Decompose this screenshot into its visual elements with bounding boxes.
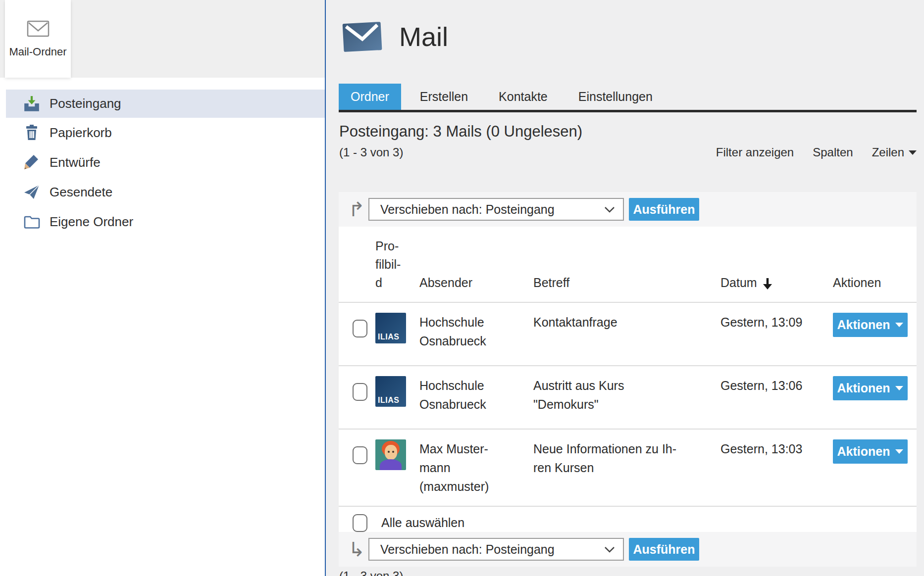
row-checkbox[interactable] [353, 320, 367, 337]
sender-cell[interactable]: Max Muster- mann (maxmuster) [419, 439, 533, 496]
folder-nav: Posteingang Papierkorb [0, 90, 325, 237]
table-header-row: Pro- filbil- d Absender Betreff Datum Ak… [339, 227, 917, 302]
inbox-heading: Posteingang: 3 Mails (0 Ungelesen) [339, 123, 582, 141]
inbox-icon [23, 95, 41, 113]
column-header-aktionen: Aktionen [833, 274, 917, 302]
sidebar-item-papierkorb[interactable]: Papierkorb [0, 118, 325, 147]
sidebar-item-eigene-ordner[interactable]: Eigene Ordner [0, 207, 325, 237]
tab-mail-ordner[interactable]: Mail-Ordner [5, 0, 71, 78]
page-title: Mail [399, 21, 448, 52]
tab-bar: Ordner Erstellen Kontakte Einstellungen [339, 84, 671, 110]
table-view-controls: Filter anzeigen Spalten Zeilen [716, 145, 917, 159]
trash-icon [23, 124, 41, 142]
tab-mail-ordner-label: Mail-Ordner [9, 46, 66, 58]
spalten-link[interactable]: Spalten [813, 145, 853, 159]
zeilen-dropdown[interactable]: Zeilen [872, 145, 917, 159]
sidebar-item-gesendete[interactable]: Gesendete [0, 177, 325, 207]
select-all-label: Alle auswählen [381, 516, 464, 530]
move-to-select-top[interactable]: Verschieben nach: Posteingang [368, 198, 624, 221]
page-header: Mail [343, 21, 448, 52]
sidebar-item-label: Gesendete [50, 185, 112, 200]
column-header-absender[interactable]: Absender [419, 274, 533, 302]
sort-descending-icon [762, 277, 773, 290]
envelope-outline-icon [27, 20, 50, 40]
chevron-down-icon [895, 449, 903, 454]
select-all-checkbox[interactable] [353, 514, 367, 532]
ilias-logo-avatar: ILIAS [375, 376, 406, 407]
subject-cell[interactable]: Kontaktanfrage [533, 313, 720, 355]
sidebar-item-entwuerfe[interactable]: Entwürfe [0, 147, 325, 177]
column-header-betreff[interactable]: Betreff [533, 274, 720, 302]
select-chevron-icon [604, 206, 615, 213]
tab-underline [339, 110, 917, 112]
tab-ordner[interactable]: Ordner [339, 84, 401, 110]
mail-envelope-icon [342, 20, 383, 53]
table-row: ILIAS Hochschule Osnabrueck Kontaktanfra… [339, 302, 917, 365]
date-cell: Gestern, 13:06 [720, 376, 833, 419]
select-chevron-icon [604, 546, 615, 553]
table-row: Max Muster- mann (maxmuster) Neue Inform… [339, 429, 917, 506]
aktionen-dropdown-button[interactable]: Aktionen [833, 313, 908, 337]
result-range: (1 - 3 von 3) [339, 145, 403, 159]
ausfuehren-button-top[interactable]: Ausführen [629, 198, 699, 221]
date-cell: Gestern, 13:03 [720, 439, 833, 496]
aktionen-dropdown-button[interactable]: Aktionen [833, 439, 908, 464]
sender-cell[interactable]: Hochschule Osnabrueck [419, 313, 533, 355]
date-cell: Gestern, 13:09 [720, 313, 833, 355]
subject-cell[interactable]: Austritt aus Kurs "Demokurs" [533, 376, 720, 419]
sidebar-item-label: Papierkorb [50, 125, 112, 141]
ilias-logo-avatar: ILIAS [375, 313, 406, 343]
filter-anzeigen-link[interactable]: Filter anzeigen [716, 145, 794, 159]
folder-icon [23, 213, 41, 231]
result-range-bottom: (1 - 3 von 3) [339, 569, 403, 576]
tab-erstellen[interactable]: Erstellen [408, 84, 480, 110]
tab-einstellungen[interactable]: Einstellungen [566, 84, 665, 110]
move-to-select-bottom[interactable]: Verschieben nach: Posteingang [368, 538, 624, 561]
user-avatar [375, 439, 406, 470]
sidebar-item-label: Entwürfe [50, 155, 101, 170]
bulk-action-toolbar-bottom: ↳ Verschieben nach: Posteingang Ausführe… [339, 532, 917, 567]
mail-main-panel: Mail Ordner Erstellen Kontakte Einstellu… [326, 0, 924, 576]
checkbox-column-header [353, 292, 375, 302]
subject-cell[interactable]: Neue Informationen zu Ih- ren Kursen [533, 439, 720, 496]
sender-cell[interactable]: Hochschule Osnabrueck [419, 376, 533, 419]
column-header-profilbild: Pro- filbil- d [375, 237, 419, 302]
pencil-icon [23, 153, 41, 171]
table-row: ILIAS Hochschule Osnabrueck Austritt aus… [339, 365, 917, 429]
arrow-down-right-icon: ↳ [346, 539, 367, 559]
ausfuehren-button-bottom[interactable]: Ausführen [629, 538, 699, 561]
sidebar-item-posteingang[interactable]: Posteingang [6, 90, 325, 118]
aktionen-dropdown-button[interactable]: Aktionen [833, 376, 908, 400]
mail-table: Pro- filbil- d Absender Betreff Datum Ak… [339, 227, 917, 539]
chevron-down-icon [909, 150, 917, 155]
column-header-datum[interactable]: Datum [720, 274, 833, 302]
mail-folder-sidebar: Mail-Ordner Posteingang [0, 0, 325, 576]
row-checkbox[interactable] [353, 383, 367, 401]
bulk-action-toolbar-top: ↱ Verschieben nach: Posteingang Ausführe… [339, 192, 917, 227]
paper-plane-icon [23, 183, 41, 201]
sidebar-item-label: Posteingang [50, 96, 121, 111]
row-checkbox[interactable] [353, 446, 367, 464]
chevron-down-icon [895, 386, 903, 390]
tab-kontakte[interactable]: Kontakte [487, 84, 560, 110]
chevron-down-icon [895, 323, 903, 327]
sidebar-item-label: Eigene Ordner [50, 214, 133, 230]
arrow-up-right-icon: ↱ [346, 199, 367, 219]
